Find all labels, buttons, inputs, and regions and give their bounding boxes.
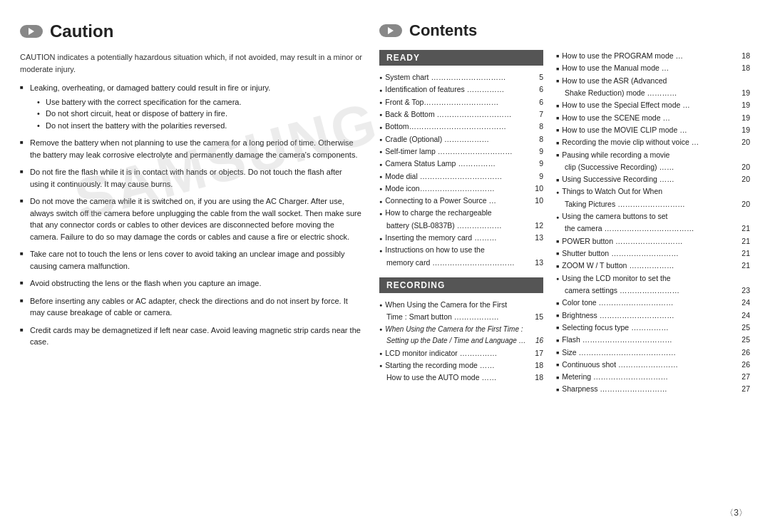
list-item: Starting the recording mode ……18: [379, 359, 543, 372]
ready-toc-list: System chart …………………………5 Identification …: [379, 71, 543, 269]
list-item: Shutter button ………………………21: [556, 247, 750, 260]
caution-intro: CAUTION indicates a potentially hazardou…: [20, 51, 362, 75]
list-item: Remove the battery when not planning to …: [20, 137, 362, 160]
list-item: How to use the PROGRAM mode …18: [556, 50, 750, 62]
list-item: Use battery with the correct specificati…: [37, 96, 362, 108]
list-item: Metering …………………………27: [556, 371, 750, 383]
list-item: Using Successive Recording ……20: [556, 173, 750, 185]
list-item: Inserting the memory card ………13: [379, 232, 543, 244]
list-item: Using the LCD monitor to set the: [556, 272, 750, 285]
list-item: Shake Reduction) mode …………19: [556, 87, 750, 99]
list-item: Front & Top…………………………6: [379, 96, 543, 108]
caution-header: Caution: [20, 21, 362, 41]
list-item: Recording the movie clip without voice ……: [556, 136, 750, 148]
list-item: Do not fire the flash while it is in con…: [20, 166, 362, 190]
list-item: Brightness …………………………24: [556, 310, 750, 322]
list-item: Mode dial ……………………………9: [379, 170, 543, 183]
list-item: Sharpness ………………………27: [556, 383, 750, 395]
list-item: Bottom…………………………………8: [379, 121, 543, 133]
list-item: Self-timer lamp …………………………9: [379, 145, 543, 158]
list-item: POWER button ………………………21: [556, 235, 750, 247]
caution-list: Leaking, overheating, or damaged battery…: [20, 82, 362, 348]
list-item: memory card ……………………………13: [379, 257, 543, 269]
list-item: Mode icon…………………………10: [379, 183, 543, 195]
list-item: Continuous shot ……………………26: [556, 359, 750, 371]
list-item: Identification of features ……………6: [379, 83, 543, 96]
list-item: How to use the ASR (Advanced: [556, 75, 750, 87]
list-item: How to use the MOVIE CLIP mode …19: [556, 124, 750, 136]
recording-toc-list: When Using the Camera for the First Time…: [379, 299, 543, 384]
list-item: Back & Bottom …………………………7: [379, 108, 543, 121]
caution-arrow-icon: [20, 25, 43, 38]
right-toc-list: How to use the PROGRAM mode …18 How to u…: [556, 50, 750, 396]
list-item: Leaking, overheating, or damaged battery…: [20, 82, 362, 131]
caution-section: Caution CAUTION indicates a potentially …: [20, 21, 362, 511]
list-item: When Using the Camera for the First: [379, 299, 543, 311]
ready-section-header: READY: [379, 50, 543, 66]
contents-header: Contents: [379, 21, 750, 40]
list-item: camera settings ……………………23: [556, 285, 750, 297]
list-item: How to use the SCENE mode …19: [556, 112, 750, 124]
page-footer: 〈3〉: [725, 507, 747, 519]
list-item: Things to Watch Out for When: [556, 185, 750, 198]
list-item: Do not insert the battery with the polar…: [37, 120, 362, 132]
list-item: Credit cards may be demagnetized if left…: [20, 324, 362, 348]
list-item: Setting up the Date / Time and Language …: [379, 335, 543, 347]
list-item: Color tone …………………………24: [556, 297, 750, 309]
list-item: Before inserting any cables or AC adapte…: [20, 295, 362, 319]
list-item: Do not short circuit, heat or dispose of…: [37, 108, 362, 120]
list-item: Flash ………………………………25: [556, 334, 750, 346]
list-item: Camera Status Lamp ……………9: [379, 158, 543, 170]
contents-columns: READY System chart …………………………5 Identific…: [379, 50, 750, 396]
list-item: Cradle (Optional) ………………8: [379, 133, 543, 145]
list-item: System chart …………………………5: [379, 71, 543, 83]
list-item: How to use the Manual mode …18: [556, 62, 750, 74]
list-item: ZOOM W / T button ………………21: [556, 260, 750, 272]
list-item: How to use the AUTO mode ……18: [379, 372, 543, 384]
contents-title: Contents: [409, 21, 477, 40]
caution-title: Caution: [50, 21, 113, 41]
list-item: Instructions on how to use the: [379, 244, 543, 256]
list-item: battery (SLB-0837B) ………………12: [379, 220, 543, 232]
recording-section-header: RECORDING: [379, 277, 543, 293]
contents-col-left: READY System chart …………………………5 Identific…: [379, 50, 543, 396]
list-item: Connecting to a Power Source …10: [379, 195, 543, 207]
list-item: the camera ………………………………21: [556, 222, 750, 235]
list-item: Time : Smart button ………………15: [379, 311, 543, 323]
list-item: Avoid obstructing the lens or the flash …: [20, 277, 362, 290]
list-item: How to use the Special Effect mode …19: [556, 99, 750, 111]
contents-arrow-icon: [379, 24, 402, 37]
list-item: clip (Successive Recording) ……20: [556, 161, 750, 173]
list-item: Take care not to touch the lens or lens …: [20, 248, 362, 272]
list-item: When Using the Camera for the First Time…: [379, 324, 543, 336]
list-item: Pausing while recording a movie: [556, 149, 750, 161]
contents-section: Contents READY System chart …………………………5 …: [379, 21, 750, 511]
list-item: LCD monitor indicator ……………17: [379, 347, 543, 359]
list-item: Size …………………………………26: [556, 347, 750, 359]
list-item: Do not move the camera while it is switc…: [20, 195, 362, 242]
list-item: Selecting focus type ……………25: [556, 322, 750, 334]
contents-col-right: How to use the PROGRAM mode …18 How to u…: [556, 50, 750, 396]
list-item: How to charge the rechargeable: [379, 207, 543, 219]
list-item: Using the camera buttons to set: [556, 210, 750, 222]
list-item: Taking Pictures ………………………20: [556, 198, 750, 210]
